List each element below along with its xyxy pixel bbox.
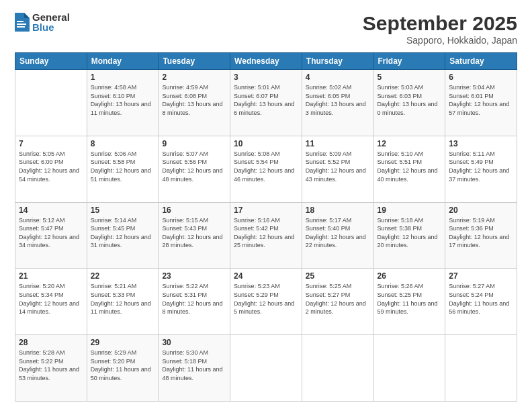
calendar-cell: 25Sunrise: 5:25 AMSunset: 5:27 PMDayligh… bbox=[302, 269, 373, 335]
day-number: 10 bbox=[234, 139, 298, 148]
day-number: 26 bbox=[378, 271, 442, 281]
weekday-tuesday: Tuesday bbox=[159, 53, 230, 70]
logo-icon bbox=[15, 13, 30, 32]
day-info: Sunrise: 5:25 AMSunset: 5:27 PMDaylight:… bbox=[306, 282, 370, 316]
day-number: 24 bbox=[234, 271, 298, 281]
day-number: 22 bbox=[91, 271, 155, 281]
day-number: 12 bbox=[378, 139, 442, 148]
day-info: Sunrise: 5:21 AMSunset: 5:33 PMDaylight:… bbox=[91, 282, 155, 316]
day-number: 14 bbox=[19, 205, 83, 215]
day-number: 5 bbox=[378, 73, 442, 82]
day-number: 28 bbox=[19, 338, 83, 347]
day-number: 8 bbox=[91, 139, 155, 148]
location-subtitle: Sapporo, Hokkaido, Japan bbox=[363, 35, 517, 46]
calendar-cell: 9Sunrise: 5:07 AMSunset: 5:56 PMDaylight… bbox=[159, 136, 230, 202]
day-info: Sunrise: 5:11 AMSunset: 5:49 PMDaylight:… bbox=[449, 150, 513, 183]
weekday-monday: Monday bbox=[87, 53, 159, 70]
day-number: 29 bbox=[91, 338, 155, 347]
calendar-cell: 7Sunrise: 5:05 AMSunset: 6:00 PMDaylight… bbox=[15, 136, 87, 202]
day-number: 1 bbox=[91, 73, 155, 82]
calendar-week-3: 21Sunrise: 5:20 AMSunset: 5:34 PMDayligh… bbox=[15, 269, 517, 335]
day-number: 3 bbox=[234, 73, 298, 82]
header: General Blue September 2025 Sapporo, Hok… bbox=[15, 12, 517, 46]
calendar-cell: 19Sunrise: 5:18 AMSunset: 5:38 PMDayligh… bbox=[373, 202, 445, 269]
day-info: Sunrise: 5:18 AMSunset: 5:38 PMDaylight:… bbox=[378, 216, 442, 250]
weekday-row: Sunday Monday Tuesday Wednesday Thursday… bbox=[15, 53, 517, 70]
day-info: Sunrise: 4:58 AMSunset: 6:10 PMDaylight:… bbox=[91, 83, 155, 117]
calendar-cell: 3Sunrise: 5:01 AMSunset: 6:07 PMDaylight… bbox=[230, 70, 302, 136]
calendar-cell bbox=[15, 70, 87, 136]
svg-rect-4 bbox=[17, 26, 25, 28]
calendar-cell: 1Sunrise: 4:58 AMSunset: 6:10 PMDaylight… bbox=[87, 70, 159, 136]
title-block: September 2025 Sapporo, Hokkaido, Japan bbox=[363, 12, 517, 46]
calendar-cell: 13Sunrise: 5:11 AMSunset: 5:49 PMDayligh… bbox=[445, 136, 517, 202]
weekday-sunday: Sunday bbox=[15, 53, 87, 70]
calendar-cell: 20Sunrise: 5:19 AMSunset: 5:36 PMDayligh… bbox=[445, 202, 517, 269]
day-number: 9 bbox=[162, 139, 226, 148]
weekday-friday: Friday bbox=[373, 53, 445, 70]
day-info: Sunrise: 5:14 AMSunset: 5:45 PMDaylight:… bbox=[91, 216, 155, 250]
calendar-cell: 11Sunrise: 5:09 AMSunset: 5:52 PMDayligh… bbox=[302, 136, 373, 202]
calendar-cell: 26Sunrise: 5:26 AMSunset: 5:25 PMDayligh… bbox=[373, 269, 445, 335]
day-info: Sunrise: 5:10 AMSunset: 5:51 PMDaylight:… bbox=[378, 150, 442, 183]
svg-rect-3 bbox=[17, 24, 26, 25]
day-number: 30 bbox=[162, 338, 226, 347]
day-number: 25 bbox=[306, 271, 370, 281]
day-number: 16 bbox=[162, 205, 226, 215]
weekday-wednesday: Wednesday bbox=[230, 53, 302, 70]
day-info: Sunrise: 5:22 AMSunset: 5:31 PMDaylight:… bbox=[162, 282, 226, 316]
calendar-cell: 2Sunrise: 4:59 AMSunset: 6:08 PMDaylight… bbox=[159, 70, 230, 136]
calendar-cell: 4Sunrise: 5:02 AMSunset: 6:05 PMDaylight… bbox=[302, 70, 373, 136]
calendar-cell bbox=[373, 335, 445, 402]
svg-rect-2 bbox=[17, 21, 24, 22]
weekday-saturday: Saturday bbox=[445, 53, 517, 70]
day-number: 17 bbox=[234, 205, 298, 215]
day-info: Sunrise: 5:28 AMSunset: 5:22 PMDaylight:… bbox=[19, 349, 83, 382]
day-info: Sunrise: 5:08 AMSunset: 5:54 PMDaylight:… bbox=[234, 150, 298, 183]
calendar-cell: 6Sunrise: 5:04 AMSunset: 6:01 PMDaylight… bbox=[445, 70, 517, 136]
day-number: 7 bbox=[19, 139, 83, 148]
day-info: Sunrise: 5:30 AMSunset: 5:18 PMDaylight:… bbox=[162, 349, 226, 382]
calendar-cell: 29Sunrise: 5:29 AMSunset: 5:20 PMDayligh… bbox=[87, 335, 159, 402]
day-info: Sunrise: 5:05 AMSunset: 6:00 PMDaylight:… bbox=[19, 150, 83, 183]
calendar-cell: 22Sunrise: 5:21 AMSunset: 5:33 PMDayligh… bbox=[87, 269, 159, 335]
svg-marker-1 bbox=[24, 13, 30, 18]
calendar-cell: 23Sunrise: 5:22 AMSunset: 5:31 PMDayligh… bbox=[159, 269, 230, 335]
weekday-thursday: Thursday bbox=[302, 53, 373, 70]
calendar-header: Sunday Monday Tuesday Wednesday Thursday… bbox=[15, 53, 517, 70]
day-info: Sunrise: 5:02 AMSunset: 6:05 PMDaylight:… bbox=[306, 83, 370, 117]
logo: General Blue bbox=[15, 12, 70, 32]
day-info: Sunrise: 5:19 AMSunset: 5:36 PMDaylight:… bbox=[449, 216, 513, 250]
calendar-cell: 12Sunrise: 5:10 AMSunset: 5:51 PMDayligh… bbox=[373, 136, 445, 202]
calendar: Sunday Monday Tuesday Wednesday Thursday… bbox=[15, 52, 517, 402]
day-info: Sunrise: 5:12 AMSunset: 5:47 PMDaylight:… bbox=[19, 216, 83, 250]
calendar-cell: 8Sunrise: 5:06 AMSunset: 5:58 PMDaylight… bbox=[87, 136, 159, 202]
calendar-cell: 30Sunrise: 5:30 AMSunset: 5:18 PMDayligh… bbox=[159, 335, 230, 402]
calendar-cell: 14Sunrise: 5:12 AMSunset: 5:47 PMDayligh… bbox=[15, 202, 87, 269]
page: General Blue September 2025 Sapporo, Hok… bbox=[0, 0, 532, 411]
calendar-cell bbox=[302, 335, 373, 402]
day-info: Sunrise: 5:06 AMSunset: 5:58 PMDaylight:… bbox=[91, 150, 155, 183]
day-info: Sunrise: 5:27 AMSunset: 5:24 PMDaylight:… bbox=[449, 282, 513, 316]
day-number: 20 bbox=[449, 205, 513, 215]
calendar-week-2: 14Sunrise: 5:12 AMSunset: 5:47 PMDayligh… bbox=[15, 202, 517, 269]
day-info: Sunrise: 4:59 AMSunset: 6:08 PMDaylight:… bbox=[162, 83, 226, 117]
day-info: Sunrise: 5:29 AMSunset: 5:20 PMDaylight:… bbox=[91, 349, 155, 382]
day-number: 19 bbox=[378, 205, 442, 215]
day-number: 18 bbox=[306, 205, 370, 215]
calendar-body: 1Sunrise: 4:58 AMSunset: 6:10 PMDaylight… bbox=[15, 70, 517, 402]
calendar-cell: 16Sunrise: 5:15 AMSunset: 5:43 PMDayligh… bbox=[159, 202, 230, 269]
calendar-week-0: 1Sunrise: 4:58 AMSunset: 6:10 PMDaylight… bbox=[15, 70, 517, 136]
calendar-cell bbox=[445, 335, 517, 402]
calendar-cell: 28Sunrise: 5:28 AMSunset: 5:22 PMDayligh… bbox=[15, 335, 87, 402]
calendar-cell bbox=[230, 335, 302, 402]
calendar-cell: 18Sunrise: 5:17 AMSunset: 5:40 PMDayligh… bbox=[302, 202, 373, 269]
day-number: 27 bbox=[449, 271, 513, 281]
day-info: Sunrise: 5:26 AMSunset: 5:25 PMDaylight:… bbox=[378, 282, 442, 316]
calendar-cell: 17Sunrise: 5:16 AMSunset: 5:42 PMDayligh… bbox=[230, 202, 302, 269]
day-info: Sunrise: 5:01 AMSunset: 6:07 PMDaylight:… bbox=[234, 83, 298, 117]
day-number: 21 bbox=[19, 271, 83, 281]
logo-blue: Blue bbox=[32, 22, 70, 32]
calendar-cell: 5Sunrise: 5:03 AMSunset: 6:03 PMDaylight… bbox=[373, 70, 445, 136]
calendar-cell: 15Sunrise: 5:14 AMSunset: 5:45 PMDayligh… bbox=[87, 202, 159, 269]
